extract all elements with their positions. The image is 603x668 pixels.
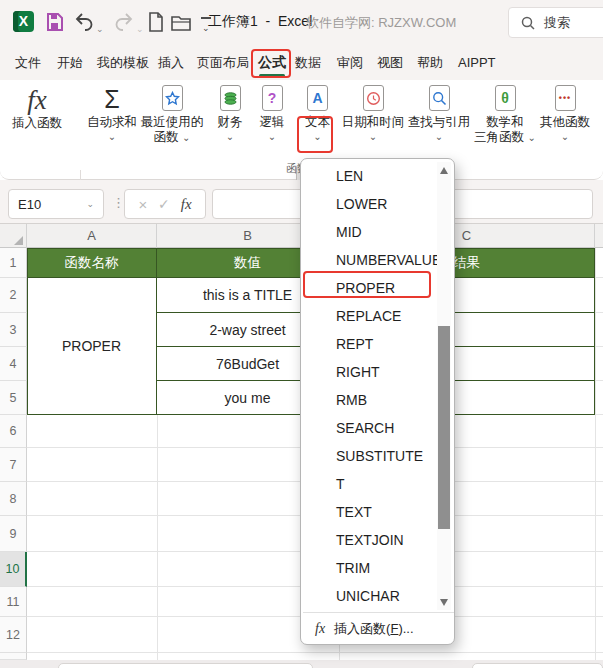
dropdown-item-right[interactable]: RIGHT — [302, 358, 436, 386]
dropdown-item-textjoin[interactable]: TEXTJOIN — [302, 526, 436, 554]
scroll-down-icon[interactable] — [440, 599, 448, 606]
tab-my-templates[interactable]: 我的模板 — [97, 45, 149, 80]
dropdown-item-substitute[interactable]: SUBSTITUTE — [302, 442, 436, 470]
logical-button[interactable]: ? 逻辑 ⌄ — [252, 85, 292, 157]
open-folder-icon[interactable] — [170, 13, 194, 33]
undo-chevron-icon[interactable]: ⌄ — [96, 19, 104, 39]
more-functions-button[interactable]: ••• 其他函数 ⌄ — [533, 85, 597, 157]
tab-page-layout[interactable]: 页面布局 — [197, 45, 249, 80]
dropdown-item-mid[interactable]: MID — [302, 218, 436, 246]
text-functions-button[interactable]: A 文本 ⌄ — [296, 85, 339, 157]
dropdown-item-search[interactable]: SEARCH — [302, 414, 436, 442]
clock-icon — [363, 85, 384, 111]
row-header-11[interactable]: 11 — [0, 587, 27, 617]
row-header-8[interactable]: 8 — [0, 482, 27, 516]
tab-file[interactable]: 文件 — [15, 45, 41, 80]
search-icon — [521, 16, 535, 30]
row-header-1[interactable]: 1 — [0, 248, 27, 278]
dropdown-item-replace[interactable]: REPLACE — [302, 302, 436, 330]
tab-home[interactable]: 开始 — [57, 45, 83, 80]
new-file-icon[interactable] — [147, 11, 165, 33]
tab-help[interactable]: 帮助 — [417, 45, 443, 80]
date-time-button[interactable]: 日期和时间 ⌄ — [334, 85, 412, 157]
cancel-icon: × — [138, 196, 147, 213]
column-header-a[interactable]: A — [27, 224, 157, 248]
cell-a1[interactable]: 函数名称 — [27, 248, 157, 278]
dropdown-item-unichar[interactable]: UNICHAR — [302, 582, 436, 610]
ribbon-tabs: 文件 开始 我的模板 插入 页面布局 公式 数据 审阅 视图 帮助 AIPPT — [0, 45, 603, 80]
insert-function-button[interactable]: fx 插入函数 — [4, 85, 70, 157]
document-title: 工作簿1 - Excel — [208, 13, 312, 31]
gridline — [595, 278, 603, 313]
chevron-down-icon: ⌄ — [226, 132, 234, 141]
recent-functions-button[interactable]: 最近使用的 函数 ⌄ — [137, 85, 207, 157]
dropdown-item-rmb[interactable]: RMB — [302, 386, 436, 414]
undo-icon[interactable] — [74, 12, 94, 32]
scrollbar-thumb[interactable] — [438, 326, 450, 529]
row-header-12[interactable]: 12 — [0, 617, 27, 653]
gridline — [595, 347, 603, 381]
row-header-6[interactable]: 6 — [0, 415, 27, 448]
dropdown-scrollbar[interactable] — [437, 162, 451, 610]
chevron-down-icon: ⌄ — [561, 132, 569, 141]
lookup-reference-button[interactable]: 查找与引用 ⌄ — [403, 85, 475, 157]
chevron-down-icon: ⌄ — [108, 132, 116, 141]
scroll-up-icon[interactable] — [440, 167, 448, 174]
enter-icon: ✓ — [158, 196, 170, 212]
sheet-tab-hint — [58, 663, 313, 668]
math-trig-button[interactable]: θ 数学和 三角函数 ⌄ — [473, 85, 537, 157]
row-header-10-active[interactable]: 10 — [0, 552, 27, 587]
site-watermark: 软件自学网: RJZXW.COM — [306, 14, 456, 32]
chevron-down-icon: ⌄ — [313, 132, 321, 141]
tab-view[interactable]: 视图 — [377, 45, 403, 80]
chevron-down-icon: ⌄ — [268, 132, 276, 141]
row-header-13[interactable] — [0, 653, 27, 660]
financial-icon — [220, 85, 241, 111]
tab-review[interactable]: 审阅 — [337, 45, 363, 80]
save-icon[interactable] — [45, 11, 65, 33]
row-header-5[interactable]: 5 — [0, 381, 27, 415]
text-functions-dropdown: LEN LOWER MID NUMBERVALUE PROPER REPLACE… — [300, 158, 455, 645]
financial-button[interactable]: 财务 ⌄ — [208, 85, 252, 157]
dropdown-item-text[interactable]: TEXT — [302, 498, 436, 526]
name-box[interactable]: E10 ⌄ — [8, 189, 104, 219]
chevron-down-icon[interactable]: ⌄ — [86, 199, 94, 209]
tab-data[interactable]: 数据 — [295, 45, 321, 80]
row-header-4[interactable]: 4 — [0, 347, 27, 381]
row-header-2[interactable]: 2 — [0, 278, 27, 313]
insert-function-menu-item[interactable]: fx 插入函数(F)... — [302, 615, 455, 643]
row-header-3[interactable]: 3 — [0, 313, 27, 347]
magnifier-icon — [429, 85, 450, 111]
dropdown-item-proper[interactable]: PROPER — [302, 274, 436, 302]
tab-aippt[interactable]: AIPPT — [458, 45, 496, 80]
fx-icon: fx — [27, 85, 47, 115]
gridline — [595, 248, 596, 660]
select-all-corner[interactable] — [0, 224, 27, 248]
dropdown-item-lower[interactable]: LOWER — [302, 190, 436, 218]
row-header-9[interactable]: 9 — [0, 516, 27, 552]
dropdown-item-len[interactable]: LEN — [302, 162, 436, 190]
redo-chevron-icon: ⌄ — [136, 19, 144, 39]
excel-logo-icon: X — [13, 11, 34, 32]
dropdown-item-rept[interactable]: REPT — [302, 330, 436, 358]
sheet-bottom-bar — [0, 660, 603, 668]
chevron-down-icon: ⌄ — [369, 132, 377, 141]
fx-icon[interactable]: fx — [181, 196, 192, 213]
theta-icon: θ — [495, 85, 516, 111]
cell-a2-a5-merged[interactable]: PROPER — [27, 278, 157, 415]
redo-icon — [114, 12, 134, 32]
dropdown-item-numbervalue[interactable]: NUMBERVALUE — [302, 246, 436, 274]
fx-icon: fx — [315, 621, 325, 637]
autosum-button[interactable]: Σ 自动求和 ⌄ — [82, 85, 142, 157]
search-box[interactable]: 搜索 — [508, 7, 603, 38]
active-tab-indicator — [259, 74, 285, 77]
dropdown-separator — [303, 612, 454, 613]
gridline — [595, 313, 603, 347]
tab-insert[interactable]: 插入 — [158, 45, 184, 80]
ellipsis-icon: ••• — [555, 85, 576, 111]
row-header-7[interactable]: 7 — [0, 448, 27, 482]
hscrollbar-hint[interactable] — [472, 663, 603, 668]
dropdown-item-t[interactable]: T — [302, 470, 436, 498]
dropdown-item-trim[interactable]: TRIM — [302, 554, 436, 582]
search-label: 搜索 — [544, 14, 570, 32]
